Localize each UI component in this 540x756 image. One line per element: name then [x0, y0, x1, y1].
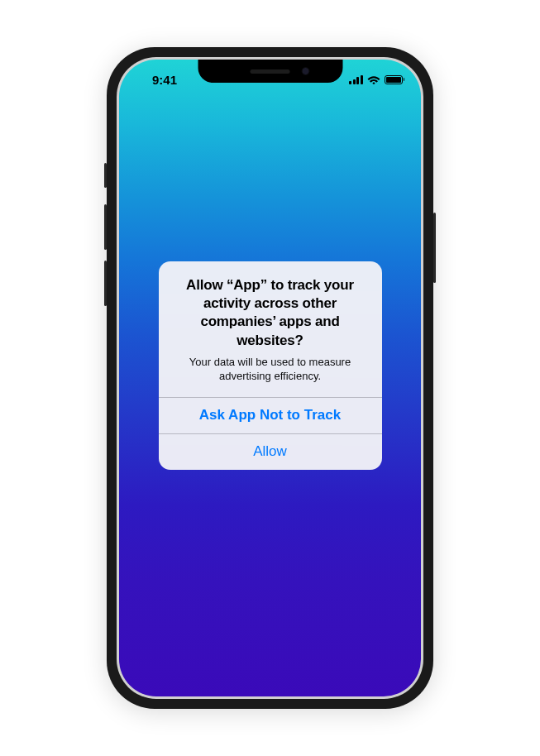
volume-up-button — [104, 204, 107, 250]
ask-app-not-to-track-button[interactable]: Ask App Not to Track — [159, 397, 382, 433]
volume-down-button — [104, 261, 107, 306]
silence-switch — [104, 163, 107, 188]
earpiece-speaker — [251, 69, 290, 74]
status-indicators — [338, 74, 404, 84]
alert-message: Your data will be used to measure advert… — [172, 355, 369, 384]
battery-icon — [385, 75, 405, 84]
alert-title: Allow “App” to track your activity acros… — [172, 276, 369, 349]
wifi-icon — [367, 74, 380, 84]
phone-screen: 9:41 — [119, 60, 421, 696]
alert-button-group: Ask App Not to Track Allow — [159, 397, 382, 470]
alert-content: Allow “App” to track your activity acros… — [159, 261, 382, 396]
cellular-signal-icon — [349, 75, 363, 84]
phone-bezel: 9:41 — [117, 57, 423, 699]
phone-device-frame: 9:41 — [107, 47, 433, 709]
status-time: 9:41 — [136, 73, 185, 87]
tracking-permission-alert: Allow “App” to track your activity acros… — [159, 261, 382, 469]
front-camera — [301, 67, 309, 75]
power-button — [433, 213, 436, 283]
display-notch — [198, 60, 342, 83]
allow-button[interactable]: Allow — [159, 433, 382, 470]
